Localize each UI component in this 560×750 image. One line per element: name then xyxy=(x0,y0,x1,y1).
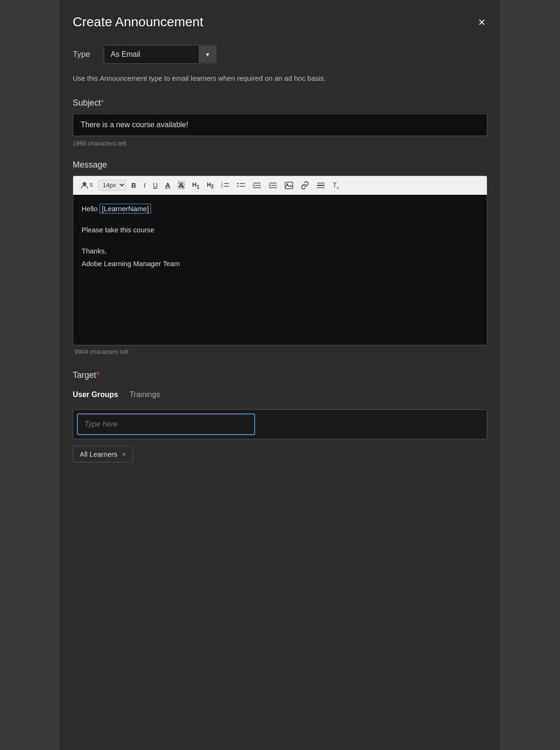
clear-format-button[interactable]: Tx xyxy=(330,180,341,191)
type-field-row: Type As Email ▾ xyxy=(73,45,487,64)
svg-point-6 xyxy=(237,185,239,187)
tab-user-groups[interactable]: User Groups xyxy=(73,388,118,402)
hr-button[interactable] xyxy=(314,180,327,191)
italic-button[interactable]: I xyxy=(141,180,148,191)
subject-chars-left: 1968 characters left xyxy=(73,140,487,147)
all-learners-label: All Learners xyxy=(80,450,117,458)
modal-header: Create Announcement × xyxy=(73,14,487,30)
editor-line-hello: Hello [LearnerName] xyxy=(82,202,478,215)
all-learners-tag: All Learners × xyxy=(73,446,133,462)
type-here-container xyxy=(73,409,487,439)
learner-name-tag: [LearnerName] xyxy=(99,204,151,214)
target-section: Target* User Groups Trainings All Learne… xyxy=(73,370,487,462)
type-select-arrow[interactable]: ▾ xyxy=(199,46,216,63)
svg-point-0 xyxy=(83,182,86,186)
target-tabs: User Groups Trainings xyxy=(73,388,487,402)
tab-trainings[interactable]: Trainings xyxy=(129,388,160,402)
type-select-value: As Email xyxy=(104,46,199,63)
h1-button[interactable]: H1 xyxy=(190,180,202,191)
image-button[interactable] xyxy=(282,180,295,191)
link-button[interactable] xyxy=(298,180,311,191)
indent-left-button[interactable] xyxy=(250,180,264,191)
close-button[interactable]: × xyxy=(477,14,487,30)
indent-right-button[interactable] xyxy=(266,180,280,191)
bold-button[interactable]: B xyxy=(129,180,138,191)
subject-section: Subject* 1968 characters left xyxy=(73,98,487,147)
editor-line-please: Please take this course xyxy=(82,223,478,236)
highlight-button[interactable]: A xyxy=(175,180,187,191)
svg-text:2.: 2. xyxy=(221,184,224,188)
svg-point-5 xyxy=(237,183,239,184)
message-label: Message xyxy=(73,160,487,170)
message-chars-left: 9904 characters left xyxy=(73,345,487,357)
message-editor: ⇅ 14px 10px 12px 16px 18px 24px B I xyxy=(73,176,487,346)
type-here-input[interactable] xyxy=(78,414,254,434)
editor-content-area[interactable]: Hello [LearnerName] Please take this cou… xyxy=(73,195,487,345)
editor-toolbar: ⇅ 14px 10px 12px 16px 18px 24px B I xyxy=(73,176,487,195)
font-size-select[interactable]: 14px 10px 12px 16px 18px 24px xyxy=(98,180,126,191)
type-label: Type xyxy=(73,50,96,59)
svg-rect-15 xyxy=(285,182,293,189)
type-here-input-wrapper xyxy=(77,413,255,435)
type-description: Use this Announcement type to email lear… xyxy=(73,73,487,84)
ordered-list-button[interactable]: 1. 2. xyxy=(219,180,232,191)
editor-line-thanks: Thanks, Adobe Learning Manager Team xyxy=(82,245,478,270)
type-select[interactable]: As Email ▾ xyxy=(104,45,216,64)
target-label: Target* xyxy=(73,370,487,380)
create-announcement-modal: Create Announcement × Type As Email ▾ Us… xyxy=(60,0,500,750)
person-icon-btn[interactable]: ⇅ xyxy=(78,180,96,191)
subject-input[interactable] xyxy=(73,114,487,136)
h2-button[interactable]: H2 xyxy=(204,180,216,191)
message-section: Message ⇅ 14px 10px 12px 16px 18px xyxy=(73,160,487,358)
all-learners-remove-button[interactable]: × xyxy=(122,451,126,458)
unordered-list-button[interactable] xyxy=(235,180,248,191)
modal-title: Create Announcement xyxy=(73,15,204,30)
underline-button[interactable]: U xyxy=(151,180,160,191)
text-color-button[interactable]: A xyxy=(163,180,173,191)
subject-label: Subject* xyxy=(73,98,487,108)
